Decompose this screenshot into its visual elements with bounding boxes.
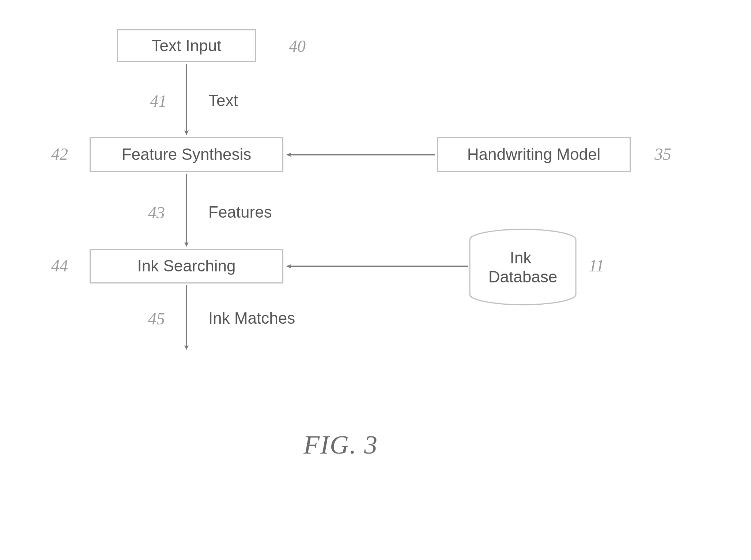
figure-label: FIG. 3 bbox=[303, 430, 378, 460]
svg-text:Ink
        Database: Ink Database bbox=[488, 249, 557, 286]
box-text-input: Text Input bbox=[117, 29, 256, 62]
box-handwriting-model-label: Handwriting Model bbox=[467, 145, 600, 164]
edge-ink-matches-label: Ink Matches bbox=[208, 309, 295, 327]
box-ink-searching-label: Ink Searching bbox=[137, 257, 235, 275]
ref-edge-text: 41 bbox=[150, 91, 167, 111]
ref-text-input: 40 bbox=[289, 37, 306, 56]
box-feature-synthesis: Feature Synthesis bbox=[90, 137, 283, 172]
edge-text-label: Text bbox=[208, 91, 238, 110]
box-text-input-label: Text Input bbox=[152, 37, 222, 55]
ref-edge-features: 43 bbox=[148, 203, 165, 222]
ref-handwriting-model: 35 bbox=[654, 144, 671, 164]
diagram-stage: Text Input 40 Text 41 Feature Synthesis … bbox=[0, 0, 751, 560]
ref-ink-database: 11 bbox=[589, 256, 604, 275]
box-handwriting-model: Handwriting Model bbox=[437, 137, 631, 172]
ref-ink-searching: 44 bbox=[51, 256, 68, 275]
ref-edge-ink-matches: 45 bbox=[148, 309, 165, 328]
svg-point-5 bbox=[470, 229, 576, 250]
box-feature-synthesis-label: Feature Synthesis bbox=[122, 145, 252, 164]
box-ink-searching: Ink Searching bbox=[90, 249, 283, 283]
cylinder-ink-database: Ink Database bbox=[470, 229, 576, 305]
ref-feature-synthesis: 42 bbox=[51, 144, 68, 164]
edge-features-label: Features bbox=[208, 203, 272, 221]
